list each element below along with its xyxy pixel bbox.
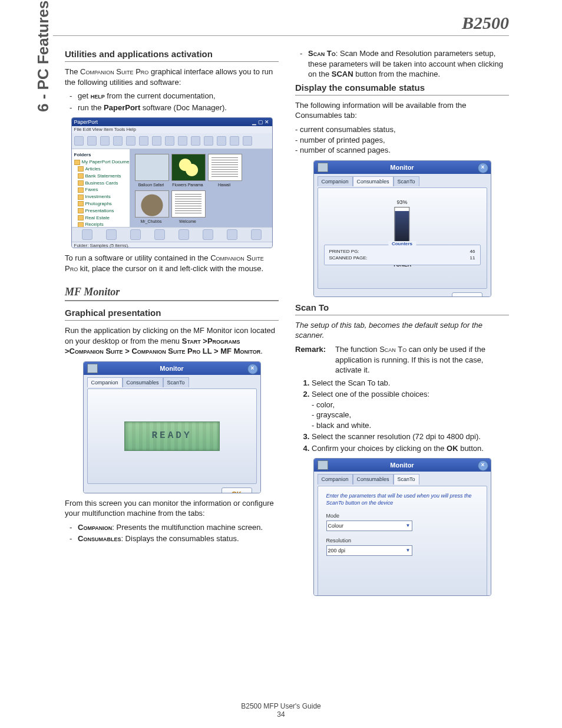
text: Faxes xyxy=(85,187,98,192)
text: Select one of the possible choices: xyxy=(312,390,429,398)
tree-item: Receipts xyxy=(74,222,127,227)
scanned-label: SCANNED PAGE: xyxy=(329,255,368,262)
folder-icon xyxy=(74,160,80,165)
list-item: Scan To: Scan Mode and Resolution parame… xyxy=(308,48,509,80)
text: grayscale, xyxy=(316,410,351,419)
thumb-image xyxy=(208,154,242,181)
scanto-heading: Scan To xyxy=(295,302,509,314)
mode-select[interactable]: Colour▼ xyxy=(326,521,412,531)
tab-consumables[interactable]: Consumables xyxy=(123,377,163,387)
printed-label: PRINTED PG: xyxy=(329,249,359,255)
resolution-row: Resolution 200 dpi▼ xyxy=(326,537,478,556)
text-bold: OK xyxy=(447,444,458,453)
right-column: Scan To: Scan Mode and Resolution parame… xyxy=(295,46,509,693)
text: software (Doc Manager). xyxy=(140,103,227,112)
utilities-intro: The Companion Suite Pro graphical interf… xyxy=(65,67,279,87)
folder-icon xyxy=(78,208,84,213)
paperport-screenshot: PaperPort ▁ ▢ ✕ File Edit View Item Tool… xyxy=(71,117,273,248)
text: Investments xyxy=(85,194,111,199)
toolbar-icon xyxy=(217,136,226,146)
tab-scanto[interactable]: ScanTo xyxy=(394,176,419,186)
folder-icon xyxy=(78,222,84,228)
thumbnail: Mr_Chubbs xyxy=(135,190,168,224)
tab-consumables[interactable]: Consumables xyxy=(353,176,394,186)
resolution-value: 200 dpi xyxy=(328,547,346,554)
rule xyxy=(65,300,279,301)
header-rule xyxy=(53,35,509,36)
toolbar-icon xyxy=(227,229,237,240)
ok-button[interactable]: OK xyxy=(222,487,252,493)
text-bold: PaperPort xyxy=(104,103,140,112)
rule xyxy=(65,320,279,321)
close-icon[interactable]: × xyxy=(478,460,488,471)
tab-companion[interactable]: Companion xyxy=(318,176,353,186)
tab-bar: Companion Consumables ScanTo xyxy=(318,176,487,186)
menubar: File Edit View Item Tools Help xyxy=(72,126,272,133)
graphical-presentation-heading: Graphical presentation xyxy=(65,307,279,319)
text-smallcaps: Companion Suite Pro xyxy=(80,67,148,76)
folder-icon xyxy=(78,187,84,193)
tab-companion[interactable]: Companion xyxy=(318,474,353,484)
tab-companion[interactable]: Companion xyxy=(87,377,123,387)
tab-scanto[interactable]: ScanTo xyxy=(163,377,189,387)
counters-title: Counters xyxy=(388,241,416,248)
toolbar-icon xyxy=(139,136,148,146)
window-titlebar: Monitor × xyxy=(314,161,491,174)
toolbar-icon xyxy=(130,229,141,240)
text: Confirm your choices by clicking on the xyxy=(312,444,447,453)
toolbar-icon xyxy=(87,136,97,146)
toolbar-icon xyxy=(203,229,213,240)
ok-button[interactable]: OK xyxy=(452,292,482,297)
utilities-list: get help from the current documentation,… xyxy=(65,91,279,113)
folder-icon xyxy=(78,166,84,172)
left-column: Utilities and applications activation Th… xyxy=(65,46,279,693)
window-title: Monitor xyxy=(390,164,414,171)
gp-paragraph-1: Run the application by clicking on the M… xyxy=(65,325,279,357)
text-bold-smallcaps: Companion xyxy=(78,523,112,532)
step-item: Select the scanner resolution (72 dpi to… xyxy=(312,431,509,442)
folder-icon xyxy=(78,215,84,220)
lcd-display: READY xyxy=(124,421,220,451)
scanto-panel-note: Enter the parameters that will be used w… xyxy=(326,492,478,506)
printed-value: 46 xyxy=(470,249,475,255)
page-number: 34 xyxy=(0,710,562,719)
gp-paragraph-2: From this screen you can monitor the inf… xyxy=(65,498,279,519)
continued-list: Scan To: Scan Mode and Resolution parame… xyxy=(295,48,509,80)
utilities-heading: Utilities and applications activation xyxy=(65,48,279,60)
text: number of scanned pages. xyxy=(300,146,391,154)
list-item: get help from the current documentation, xyxy=(78,91,279,101)
tree-item: Photographs xyxy=(74,201,127,207)
mode-label: Mode xyxy=(326,512,478,519)
thumb-label: Flowers Panama xyxy=(172,183,203,187)
list-item: Companion: Presents the multifunction ma… xyxy=(78,522,279,533)
counters-box: Counters PRINTED PG:46 SCANNED PAGE:11 xyxy=(324,245,481,266)
after-paperport-para: To run a software or utility contained i… xyxy=(65,253,279,274)
step-item: Select one of the possible choices: - co… xyxy=(312,389,509,430)
monitor-scanto-screenshot: Monitor × Companion Consumables ScanTo E… xyxy=(313,458,491,596)
status-bar: Folder: Samples (5 items). xyxy=(72,242,272,248)
thumb-label: Balloon Safari xyxy=(138,183,164,187)
text: black and white. xyxy=(316,421,371,430)
close-icon[interactable]: × xyxy=(247,364,258,374)
folders-heading: Folders xyxy=(74,152,127,159)
page-footer: B2500 MFP User's Guide 34 xyxy=(0,702,562,719)
text-bold-smallcaps: Consumables xyxy=(78,534,121,543)
tab-scanto[interactable]: ScanTo xyxy=(394,474,419,484)
mf-monitor-heading: MF Monitor xyxy=(65,285,279,299)
toolbar-icon xyxy=(100,136,110,146)
text: My PaperPort Documents xyxy=(82,159,130,164)
thumbnail: Balloon Safari xyxy=(135,154,168,187)
thumb-label: Hawaii xyxy=(218,183,230,187)
tab-consumables[interactable]: Consumables xyxy=(353,474,394,484)
close-icon[interactable]: × xyxy=(478,163,488,173)
text: from the current documentation, xyxy=(105,91,216,100)
text: button. xyxy=(458,444,484,453)
text: : Presents the multifunction machine scr… xyxy=(112,523,263,532)
text-bold-smallcaps: Scan To xyxy=(308,49,336,58)
tree-item: Articles xyxy=(74,166,127,173)
toolbar-icon xyxy=(82,229,92,240)
scanto-panel: Enter the parameters that will be used w… xyxy=(318,486,487,597)
resolution-select[interactable]: 200 dpi▼ xyxy=(326,545,412,556)
thumb-label: Welcome xyxy=(179,219,196,223)
text-bold: help xyxy=(91,91,105,100)
